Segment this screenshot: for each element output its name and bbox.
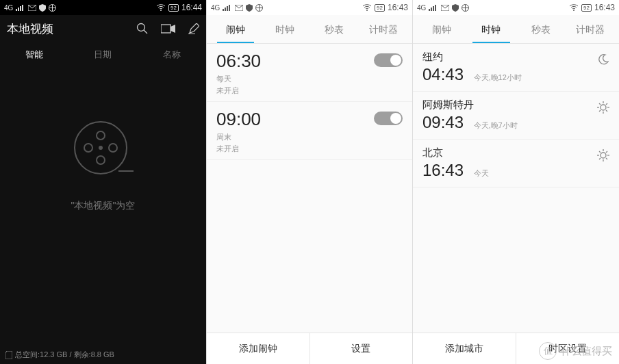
svg-point-12 — [97, 131, 105, 140]
svg-line-40 — [599, 110, 601, 112]
alarm-repeat: 周末 — [216, 132, 403, 142]
shield-icon — [246, 4, 253, 12]
svg-line-39 — [606, 103, 607, 105]
tab-stopwatch[interactable]: 秒表 — [516, 24, 566, 43]
city-time: 09:43 — [422, 113, 464, 132]
wifi-icon — [362, 4, 372, 11]
svg-point-32 — [601, 105, 606, 110]
svg-point-7 — [138, 24, 145, 31]
alarm-item[interactable]: 06:30 每天 未开启 — [207, 44, 412, 102]
svg-rect-26 — [431, 8, 432, 11]
storage-info: 总空间:12.3 GB / 剩余:8.8 GB — [5, 350, 114, 360]
battery-indicator: 92 — [168, 4, 179, 12]
svg-rect-9 — [161, 25, 170, 33]
settings-button[interactable]: 设置 — [310, 333, 413, 364]
clock-tabs: 闹钟 时钟 秒表 计时器 — [413, 15, 619, 44]
city-name: 北京 — [422, 146, 609, 159]
tab-alarm[interactable]: 闹钟 — [211, 24, 260, 43]
alarm-repeat: 每天 — [216, 74, 403, 84]
globe-icon — [462, 4, 469, 12]
empty-label: "本地视频"为空 — [71, 200, 136, 212]
alarm-status: 未开启 — [216, 86, 403, 96]
panel-alarm: 4G 92 16:43 闹钟 时钟 秒表 计时器 06:30 每天 未开启 09… — [206, 0, 413, 364]
city-offset: 今天,晚12小时 — [474, 73, 522, 81]
signal-icon — [429, 4, 438, 11]
svg-point-13 — [97, 156, 105, 164]
city-item[interactable]: 阿姆斯特丹 09:43 今天,晚7小时 — [413, 92, 619, 140]
add-alarm-button[interactable]: 添加闹钟 — [207, 333, 310, 364]
svg-line-8 — [144, 30, 147, 34]
tab-clock[interactable]: 时钟 — [260, 24, 310, 43]
wifi-icon — [156, 4, 166, 11]
svg-rect-3 — [22, 5, 23, 11]
sd-card-icon — [5, 351, 12, 359]
city-name: 纽约 — [422, 51, 609, 64]
svg-rect-21 — [229, 5, 230, 11]
tab-timer[interactable]: 计时器 — [566, 24, 615, 43]
city-item[interactable]: 北京 16:43 今天 — [413, 140, 619, 187]
film-reel-icon — [71, 115, 136, 181]
svg-point-31 — [573, 10, 574, 11]
svg-rect-0 — [16, 9, 17, 11]
search-icon[interactable] — [136, 23, 149, 35]
svg-line-37 — [599, 103, 601, 105]
city-item[interactable]: 纽约 04:43 今天,晚12小时 — [413, 44, 619, 92]
tab-date[interactable]: 日期 — [68, 49, 137, 61]
tab-smart[interactable]: 智能 — [0, 49, 68, 61]
alarm-toggle[interactable] — [374, 112, 403, 125]
svg-rect-25 — [429, 9, 430, 11]
svg-rect-20 — [227, 6, 228, 11]
tab-stopwatch[interactable]: 秒表 — [310, 24, 359, 43]
svg-rect-27 — [433, 6, 434, 11]
tab-timer[interactable]: 计时器 — [359, 24, 408, 43]
edit-icon[interactable] — [188, 23, 199, 34]
clock-tabs: 闹钟 时钟 秒表 计时器 — [207, 15, 412, 44]
sun-icon — [597, 101, 609, 116]
svg-point-24 — [366, 10, 368, 11]
alarm-status: 未开启 — [216, 144, 403, 154]
city-time: 04:43 — [422, 65, 464, 84]
svg-point-15 — [109, 144, 117, 152]
titlebar: 本地视频 — [0, 15, 206, 42]
alarm-item[interactable]: 09:00 周末 未开启 — [207, 102, 412, 160]
page-title: 本地视频 — [7, 21, 53, 37]
svg-point-16 — [99, 146, 103, 150]
tab-clock[interactable]: 时钟 — [466, 24, 516, 43]
panel-local-video: 4G 92 16:44 本地视频 智能 日期 名称 — [0, 0, 206, 364]
envelope-icon — [28, 5, 36, 11]
envelope-icon — [235, 5, 243, 11]
status-bar: 4G 92 16:43 — [413, 0, 619, 15]
camera-icon[interactable] — [161, 24, 176, 34]
svg-line-38 — [606, 110, 607, 112]
svg-point-14 — [84, 144, 92, 152]
empty-state: "本地视频"为空 — [0, 115, 206, 212]
svg-rect-2 — [20, 6, 21, 11]
tz-settings-button[interactable]: 时区设置 — [516, 333, 619, 364]
add-city-button[interactable]: 添加城市 — [413, 333, 516, 364]
svg-line-49 — [599, 158, 601, 159]
svg-rect-18 — [223, 9, 224, 11]
status-clock: 16:43 — [388, 3, 408, 12]
svg-rect-19 — [225, 8, 226, 11]
bottom-bar: 添加闹钟 设置 — [207, 333, 412, 364]
status-bar: 4G 92 16:43 — [207, 0, 412, 15]
envelope-icon — [441, 5, 449, 11]
signal-4g-label: 4G — [211, 4, 220, 12]
status-bar: 4G 92 16:44 — [0, 0, 206, 15]
alarm-toggle[interactable] — [374, 53, 403, 67]
city-time: 16:43 — [422, 161, 464, 180]
globe-icon — [255, 4, 263, 12]
battery-indicator: 92 — [375, 4, 385, 12]
sun-icon — [597, 149, 609, 164]
svg-rect-28 — [435, 5, 436, 11]
city-offset: 今天 — [474, 169, 489, 177]
svg-line-47 — [606, 158, 607, 159]
globe-icon — [49, 4, 56, 12]
tab-alarm[interactable]: 闹钟 — [417, 24, 466, 43]
svg-rect-1 — [18, 8, 19, 11]
status-clock: 16:44 — [181, 3, 202, 12]
tab-name[interactable]: 名称 — [138, 49, 206, 61]
svg-point-41 — [601, 153, 606, 158]
city-name: 阿姆斯特丹 — [422, 99, 609, 112]
svg-point-6 — [160, 10, 162, 11]
